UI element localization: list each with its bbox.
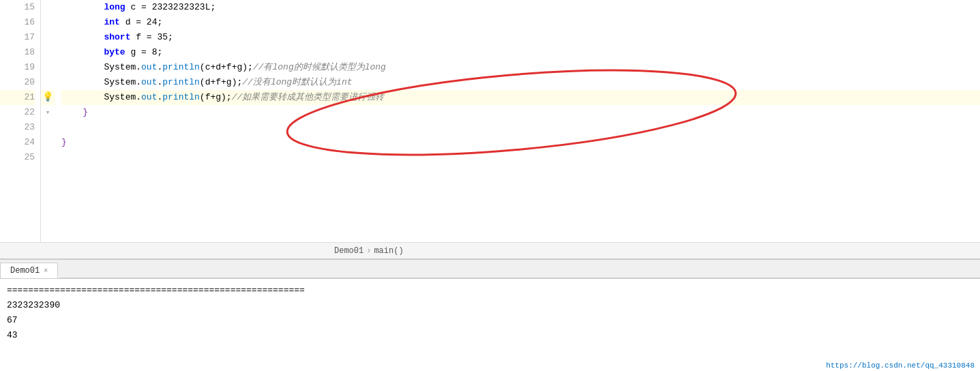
kw-int: int (104, 17, 119, 27)
collapse-icon: ▾ (46, 105, 50, 120)
comment-20: //没有long时默认认为int (242, 77, 352, 87)
close-brace-22: } (83, 107, 88, 117)
output-area: Demo01 × ===============================… (0, 259, 980, 371)
kw-long: long (104, 2, 125, 12)
line-num-18: 18 (0, 45, 35, 60)
line-num-17: 17 (0, 30, 35, 45)
kw-byte: byte (104, 47, 125, 57)
code-line-23 (61, 120, 980, 135)
code-line-21: System.out.println(f+g);//如果需要转成其他类型需要进行… (61, 90, 980, 105)
line-num-21: 21 (0, 90, 35, 105)
code-line-22: } (61, 105, 980, 120)
code-line-17: short f = 35; (61, 30, 980, 45)
tab-empty-space (59, 278, 980, 278)
output-tab-demo01[interactable]: Demo01 × (0, 263, 58, 278)
num-35: 35 (157, 32, 168, 42)
comment-19: //有long的时候默认类型为long (253, 62, 386, 72)
breadcrumb-bar: Demo01 › main() (0, 242, 980, 258)
code-line-25 (61, 150, 980, 165)
code-line-18: byte g = 8; (61, 45, 980, 60)
gutter-25 (41, 150, 55, 165)
gutter-24 (41, 135, 55, 150)
line-numbers: 15 16 17 18 19 20 21 22 23 24 25 (0, 0, 41, 242)
gutter: 💡 ▾ (41, 0, 55, 242)
output-line-2: 67 (7, 313, 973, 328)
tab-close-icon[interactable]: × (44, 267, 48, 275)
gutter-16 (41, 15, 55, 30)
output-line-1: 2323232390 (7, 298, 973, 313)
comment-21: //如果需要转成其他类型需要进行强转 (232, 92, 385, 102)
gutter-22: ▾ (41, 105, 55, 120)
editor-area: 15 16 17 18 19 20 21 22 23 24 25 (0, 0, 980, 259)
close-brace-24: } (61, 137, 67, 147)
breadcrumb-method: main() (374, 246, 403, 256)
code-line-15: long c = 2323232323L; (61, 0, 980, 15)
out-21: out (141, 92, 157, 102)
code-line-19: System.out.println(c+d+f+g);//有long的时候默认… (61, 60, 980, 75)
out-19: out (141, 62, 157, 72)
output-tabs-bar: Demo01 × (0, 260, 980, 279)
bulb-icon[interactable]: 💡 (42, 90, 53, 105)
output-divider: ========================================… (7, 283, 973, 298)
tab-label: Demo01 (10, 266, 40, 276)
gutter-15 (41, 0, 55, 15)
num-8: 8 (152, 47, 158, 57)
num-val: 2323232323L (152, 2, 211, 12)
out-20: out (141, 77, 157, 87)
line-num-22: 22 (0, 105, 35, 120)
code-container: 15 16 17 18 19 20 21 22 23 24 25 (0, 0, 980, 242)
code-line-16: int d = 24; (61, 15, 980, 30)
gutter-23 (41, 120, 55, 135)
breadcrumb-sep: › (366, 246, 371, 256)
gutter-17 (41, 30, 55, 45)
gutter-18 (41, 45, 55, 60)
line-num-25: 25 (0, 150, 35, 165)
sys-20: System. (104, 77, 141, 87)
sys-21: System. (104, 92, 141, 102)
code-line-24: } (61, 135, 980, 150)
gutter-20 (41, 75, 55, 90)
line-num-15: 15 (0, 0, 35, 15)
breadcrumb-class: Demo01 (334, 246, 363, 256)
println-19: println (162, 62, 200, 72)
line-num-20: 20 (0, 75, 35, 90)
gutter-21: 💡 (41, 90, 55, 105)
println-21: println (162, 92, 200, 102)
output-line-3: 43 (7, 328, 973, 343)
line-num-16: 16 (0, 15, 35, 30)
gutter-19 (41, 60, 55, 75)
println-20: println (162, 77, 200, 87)
kw-short: short (104, 32, 130, 42)
output-content: ========================================… (0, 279, 980, 347)
status-bar-url: https://blog.csdn.net/qq_43310848 (826, 361, 980, 371)
code-lines: long c = 2323232323L; int d = 24; short … (55, 0, 980, 242)
line-num-19: 19 (0, 60, 35, 75)
num-24: 24 (147, 17, 158, 27)
sys-19: System. (104, 62, 141, 72)
line-num-24: 24 (0, 135, 35, 150)
line-num-23: 23 (0, 120, 35, 135)
code-line-20: System.out.println(d+f+g);//没有long时默认认为i… (61, 75, 980, 90)
